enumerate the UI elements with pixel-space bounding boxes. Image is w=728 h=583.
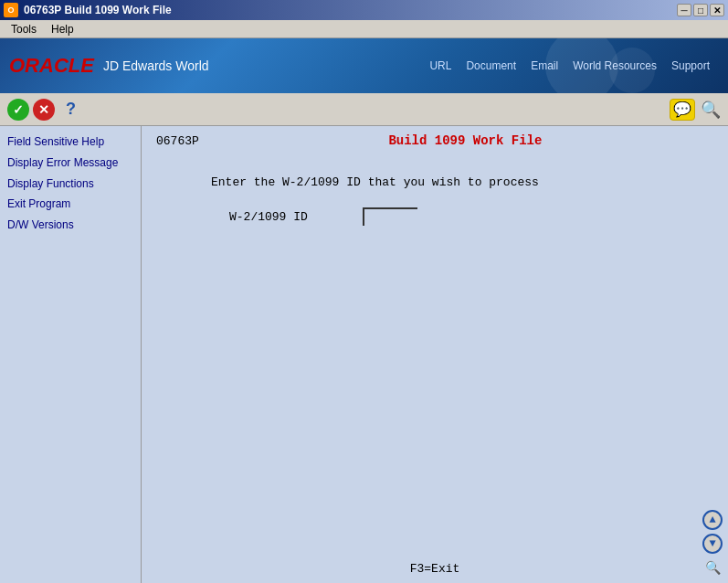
sidebar-item-display-error-message[interactable]: Display Error Message <box>4 153 137 174</box>
oracle-logo: ORACLE JD Edwards World <box>9 54 209 78</box>
bottom-toolbar: ▲ ▼ 🔍 <box>702 510 723 578</box>
w2-id-input-box <box>363 207 417 226</box>
status-bar: F3=Exit <box>410 562 460 576</box>
content-area: 06763P Build 1099 Work File Enter the W-… <box>142 126 728 583</box>
sidebar-item-display-functions[interactable]: Display Functions <box>4 174 137 195</box>
app-icon: O <box>4 3 18 17</box>
restore-button[interactable]: □ <box>693 4 708 16</box>
main-area: Field Sensitive Help Display Error Messa… <box>0 126 728 583</box>
zoom-button[interactable]: 🔍 <box>702 557 723 578</box>
sidebar: Field Sensitive Help Display Error Messa… <box>0 126 142 583</box>
menu-bar: Tools Help <box>0 20 728 38</box>
content-header: 06763P Build 1099 Work File <box>156 133 713 148</box>
menu-help[interactable]: Help <box>44 20 81 37</box>
menu-tools[interactable]: Tools <box>4 20 44 37</box>
oracle-header: ORACLE JD Edwards World URL Document Ema… <box>0 38 728 93</box>
help-button[interactable]: ? <box>66 100 76 119</box>
nav-document[interactable]: Document <box>466 59 516 72</box>
title-bar: O 06763P Build 1099 Work File ─ □ ✕ <box>0 0 728 20</box>
sidebar-item-exit-program[interactable]: Exit Program <box>4 194 137 215</box>
oracle-wordmark: ORACLE <box>9 54 94 78</box>
field-label-w2: W-2/1099 ID <box>229 210 308 224</box>
sidebar-item-dw-versions[interactable]: D/W Versions <box>4 215 137 236</box>
nav-support[interactable]: Support <box>671 59 710 72</box>
sidebar-item-field-sensitive-help[interactable]: Field Sensitive Help <box>4 132 137 153</box>
scroll-up-button[interactable]: ▲ <box>702 510 723 530</box>
form-title: Build 1099 Work File <box>217 133 713 148</box>
description-text: Enter the W-2/1099 ID that you wish to p… <box>211 175 713 189</box>
nav-url[interactable]: URL <box>429 59 451 72</box>
confirm-button[interactable]: ✓ <box>7 99 29 121</box>
program-id: 06763P <box>156 134 199 148</box>
search-button[interactable]: 🔍 <box>701 100 721 120</box>
window-title: 06763P Build 1099 Work File <box>24 4 172 16</box>
field-row-w2-id: W-2/1099 ID <box>229 207 713 226</box>
close-button[interactable]: ✕ <box>710 4 724 16</box>
minimize-button[interactable]: ─ <box>677 4 691 16</box>
jde-text: JD Edwards World <box>103 58 209 73</box>
oracle-red-text: ORACLE <box>9 54 94 77</box>
cancel-button[interactable]: ✕ <box>33 99 55 121</box>
toolbar: ✓ ✕ ? 💬 🔍 <box>0 93 728 126</box>
scroll-down-button[interactable]: ▼ <box>702 534 723 554</box>
chat-icon[interactable]: 💬 <box>670 99 695 121</box>
